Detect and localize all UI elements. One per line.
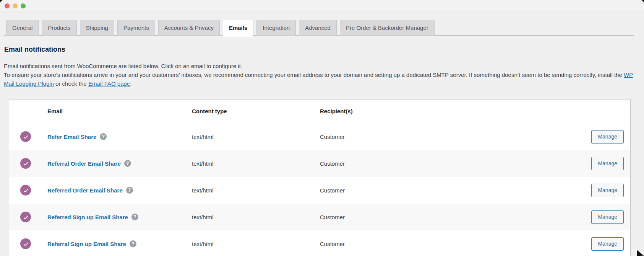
help-icon[interactable]: ? bbox=[126, 187, 133, 194]
intro-line-1-text: Email notifications sent from WooCommerc… bbox=[4, 63, 242, 69]
help-icon[interactable]: ? bbox=[131, 214, 138, 220]
manage-button[interactable]: Manage bbox=[591, 157, 624, 170]
tab-bar: GeneralProductsShippingPaymentsAccounts … bbox=[4, 20, 634, 36]
table-header-row: Email Content type Recipient(s) bbox=[9, 99, 630, 123]
help-icon[interactable]: ? bbox=[100, 133, 107, 140]
status-cell bbox=[9, 238, 47, 249]
status-cell bbox=[9, 185, 47, 196]
settings-window: GeneralProductsShippingPaymentsAccounts … bbox=[0, 0, 644, 256]
email-notifications-table: Email Content type Recipient(s) Refer Em… bbox=[9, 99, 631, 256]
email-row: Referred Order Email Share?text/htmlCust… bbox=[9, 177, 630, 204]
content-type-cell: text/html bbox=[192, 160, 320, 167]
status-cell bbox=[9, 212, 47, 222]
enabled-status-icon bbox=[20, 212, 31, 222]
intro-line-2: To ensure your store’s notifications arr… bbox=[4, 70, 640, 88]
email-row: Referred Sign up Email Share?text/htmlCu… bbox=[9, 204, 630, 230]
manage-button[interactable]: Manage bbox=[591, 130, 624, 143]
window-titlebar bbox=[0, 0, 644, 12]
email-name-link[interactable]: Referred Sign up Email Share bbox=[47, 214, 128, 220]
recipients-cell: Customer bbox=[320, 160, 573, 167]
enabled-status-icon bbox=[20, 238, 31, 249]
email-name-cell: Referral Order Email Share? bbox=[47, 160, 192, 167]
manage-button[interactable]: Manage bbox=[591, 184, 624, 197]
manage-cell: Manage bbox=[573, 130, 630, 143]
manage-cell: Manage bbox=[573, 184, 630, 197]
close-button[interactable] bbox=[5, 3, 10, 8]
page-content: Email notifications Email notifications … bbox=[0, 46, 644, 256]
tab-shipping[interactable]: Shipping bbox=[80, 20, 114, 36]
email-name-cell: Referred Sign up Email Share? bbox=[47, 214, 192, 220]
tab-general[interactable]: General bbox=[6, 20, 39, 36]
email-name-cell: Referred Order Email Share? bbox=[47, 187, 192, 194]
email-name-link[interactable]: Referral Order Email Share bbox=[47, 160, 121, 167]
email-faq-page-link[interactable]: Email FAQ page bbox=[88, 80, 130, 87]
tab-products[interactable]: Products bbox=[42, 20, 76, 36]
enabled-status-icon bbox=[20, 185, 31, 196]
column-header-content-type: Content type bbox=[192, 108, 320, 114]
email-row: Referral Sign up Email Share?text/htmlCu… bbox=[9, 230, 630, 256]
recipients-cell: Customer bbox=[320, 241, 573, 247]
manage-cell: Manage bbox=[573, 237, 630, 251]
email-name-link[interactable]: Refer Email Share bbox=[47, 134, 96, 140]
window-controls bbox=[5, 3, 29, 8]
content-type-cell: text/html bbox=[192, 187, 320, 194]
intro-line-2-end-text: . bbox=[130, 80, 131, 87]
email-name-cell: Refer Email Share? bbox=[47, 133, 192, 140]
status-cell bbox=[9, 131, 47, 142]
email-name-cell: Referral Sign up Email Share? bbox=[47, 240, 192, 247]
minimize-button[interactable] bbox=[13, 3, 18, 8]
tab-accounts-privacy[interactable]: Accounts & Privacy bbox=[158, 20, 220, 36]
manage-cell: Manage bbox=[573, 157, 630, 170]
content-type-cell: text/html bbox=[192, 214, 320, 220]
enabled-status-icon bbox=[20, 158, 31, 169]
maximize-button[interactable] bbox=[21, 3, 26, 8]
column-header-recipients: Recipient(s) bbox=[320, 108, 573, 114]
recipients-cell: Customer bbox=[320, 134, 573, 140]
manage-button[interactable]: Manage bbox=[591, 237, 624, 251]
intro-text: Email notifications sent from WooCommerc… bbox=[4, 62, 640, 88]
tab-integration[interactable]: Integration bbox=[256, 20, 296, 36]
column-header-email: Email bbox=[47, 108, 192, 114]
content-type-cell: text/html bbox=[192, 134, 320, 140]
intro-line-2-middle-text: or check the bbox=[54, 80, 88, 87]
email-name-link[interactable]: Referral Sign up Email Share bbox=[47, 241, 126, 247]
tab-pre-order-backorder-manager[interactable]: Pre Order & Backorder Manager bbox=[340, 20, 435, 36]
intro-line-1: Email notifications sent from WooCommerc… bbox=[4, 62, 640, 70]
email-row: Referral Order Email Share?text/htmlCust… bbox=[9, 150, 630, 177]
email-name-link[interactable]: Referred Order Email Share bbox=[47, 187, 123, 194]
tab-emails[interactable]: Emails bbox=[223, 20, 253, 37]
manage-button[interactable]: Manage bbox=[591, 210, 624, 224]
intro-line-2-text: To ensure your store’s notifications arr… bbox=[4, 72, 624, 78]
recipients-cell: Customer bbox=[320, 214, 573, 220]
manage-cell: Manage bbox=[573, 210, 630, 224]
tab-advanced[interactable]: Advanced bbox=[299, 20, 337, 36]
tab-payments[interactable]: Payments bbox=[117, 20, 155, 36]
status-cell bbox=[9, 158, 47, 169]
content-type-cell: text/html bbox=[192, 241, 320, 247]
email-row: Refer Email Share?text/htmlCustomerManag… bbox=[9, 123, 630, 150]
mouse-cursor bbox=[636, 249, 644, 256]
help-icon[interactable]: ? bbox=[124, 160, 131, 167]
page-title: Email notifications bbox=[4, 46, 640, 54]
email-table-body: Refer Email Share?text/htmlCustomerManag… bbox=[9, 123, 630, 256]
help-icon[interactable]: ? bbox=[130, 240, 136, 247]
enabled-status-icon bbox=[20, 131, 31, 142]
recipients-cell: Customer bbox=[320, 187, 573, 194]
